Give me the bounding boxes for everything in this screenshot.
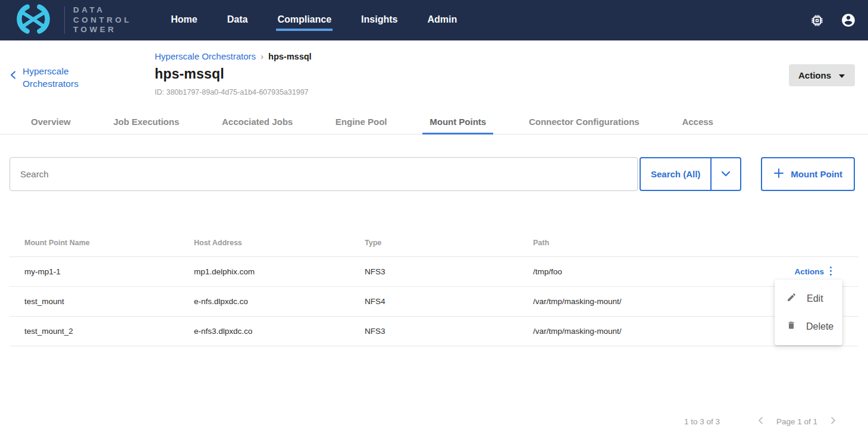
top-navbar: DATA CONTROL TOWER Home Data Compliance …	[0, 0, 868, 40]
search-scope-dropdown-button[interactable]	[712, 158, 740, 190]
tab-connector-configurations[interactable]: Connector Configurations	[522, 110, 647, 134]
orchestrator-id: ID: 380b1797-89a0-4d75-a1b4-607935a31997	[155, 88, 312, 96]
column-header-name: Mount Point Name	[24, 239, 194, 247]
plus-icon	[773, 168, 784, 180]
cell-mount-point-name: test_mount_2	[24, 327, 194, 336]
column-header-host: Host Address	[194, 239, 365, 247]
tab-access[interactable]: Access	[675, 110, 720, 134]
menu-item-delete[interactable]: Delete	[775, 312, 842, 340]
chevron-down-icon	[721, 170, 731, 179]
page-actions-label: Actions	[798, 70, 831, 80]
back-link-label: Hyperscale Orchestrators	[23, 65, 94, 90]
column-header-type: Type	[365, 239, 533, 247]
logo-wordmark: DATA CONTROL TOWER	[73, 5, 131, 36]
breadcrumb-current: hps-mssql	[268, 52, 312, 61]
table-row[interactable]: test_mount e-nfs.dlpxdc.co NFS4 /var/tmp…	[10, 287, 858, 317]
page-header: Hyperscale Orchestrators Hyperscale Orch…	[0, 40, 868, 96]
detail-tabs: Overview Job Executions Accociated Jobs …	[0, 110, 868, 134]
search-all-button[interactable]: Search (All)	[641, 158, 710, 190]
pagination-range: 1 to 3 of 3	[684, 417, 720, 426]
tab-accociated-jobs[interactable]: Accociated Jobs	[215, 110, 300, 134]
tab-job-executions[interactable]: Job Executions	[106, 110, 186, 134]
tab-mount-points[interactable]: Mount Points	[422, 110, 493, 134]
chevron-left-icon	[758, 417, 763, 426]
search-input[interactable]	[10, 157, 638, 191]
nav-item-insights[interactable]: Insights	[360, 10, 399, 31]
account-icon[interactable]	[841, 12, 856, 28]
breadcrumb-separator-icon: ›	[261, 51, 264, 61]
page-actions-button[interactable]: Actions	[789, 64, 855, 86]
add-mount-point-label: Mount Point	[791, 169, 842, 179]
previous-page-button[interactable]	[757, 415, 764, 427]
chevron-left-icon	[10, 71, 17, 82]
cell-type: NFS3	[365, 327, 533, 336]
cell-type: NFS4	[365, 297, 533, 306]
caret-down-icon	[838, 70, 845, 80]
cell-path: /var/tmp/masking-mount/	[533, 297, 789, 306]
mount-points-table: Mount Point Name Host Address Type Path …	[10, 233, 858, 346]
search-split-button: Search (All)	[640, 157, 741, 191]
column-header-path: Path	[533, 239, 789, 247]
header-main: Hyperscale Orchestrators › hps-mssql hps…	[155, 51, 312, 96]
nav-item-compliance[interactable]: Compliance	[276, 10, 333, 31]
cell-path: /tmp/foo	[533, 267, 789, 276]
mount-points-toolbar: Search (All) Mount Point	[10, 157, 855, 191]
tab-engine-pool[interactable]: Engine Pool	[328, 110, 394, 134]
nav-item-admin[interactable]: Admin	[426, 10, 458, 31]
pencil-icon	[786, 292, 797, 305]
kebab-icon	[829, 266, 832, 278]
cell-host-address: e-nfs3.dlpxdc.co	[194, 327, 365, 336]
next-page-button[interactable]	[829, 415, 837, 427]
menu-item-edit-label: Edit	[807, 293, 823, 304]
breadcrumb-parent-link[interactable]: Hyperscale Orchestrators	[155, 51, 256, 61]
cell-host-address: mp1.delphix.com	[194, 267, 365, 276]
menu-item-delete-label: Delete	[806, 321, 833, 332]
menu-item-edit[interactable]: Edit	[775, 284, 842, 312]
logo-divider	[64, 7, 65, 34]
back-link[interactable]: Hyperscale Orchestrators	[10, 65, 144, 96]
api-chip-icon[interactable]	[810, 14, 824, 27]
cell-type: NFS3	[365, 267, 533, 276]
cell-path: /var/tmp/masking-mount/	[533, 327, 789, 336]
row-actions-button[interactable]: Actions	[794, 266, 832, 278]
pagination-bar: 1 to 3 of 3 Page 1 of 1	[0, 415, 868, 427]
table-header-row: Mount Point Name Host Address Type Path	[10, 233, 858, 257]
page-title: hps-mssql	[155, 66, 312, 82]
table-row[interactable]: my-mp1-1 mp1.delphix.com NFS3 /tmp/foo A…	[10, 257, 858, 287]
breadcrumb: Hyperscale Orchestrators › hps-mssql	[155, 51, 312, 61]
row-actions-menu: Edit Delete	[775, 280, 842, 345]
tab-overview[interactable]: Overview	[24, 110, 78, 134]
pagination-page-label: Page 1 of 1	[776, 417, 817, 426]
cell-mount-point-name: test_mount	[24, 297, 194, 306]
column-header-actions	[789, 239, 858, 247]
nav-item-data[interactable]: Data	[226, 10, 249, 31]
delphix-logo-icon	[7, 3, 59, 37]
nav-item-home[interactable]: Home	[170, 10, 198, 31]
main-nav: Home Data Compliance Insights Admin	[170, 10, 458, 31]
cell-mount-point-name: my-mp1-1	[24, 267, 194, 276]
add-mount-point-button[interactable]: Mount Point	[761, 157, 855, 191]
app-logo[interactable]: DATA CONTROL TOWER	[0, 3, 131, 37]
chevron-right-icon	[831, 417, 836, 426]
trash-icon	[786, 320, 796, 333]
navbar-right	[810, 12, 868, 28]
cell-host-address: e-nfs.dlpxdc.co	[194, 297, 365, 306]
row-actions-label: Actions	[794, 267, 824, 276]
table-row[interactable]: test_mount_2 e-nfs3.dlpxdc.co NFS3 /var/…	[10, 317, 858, 346]
